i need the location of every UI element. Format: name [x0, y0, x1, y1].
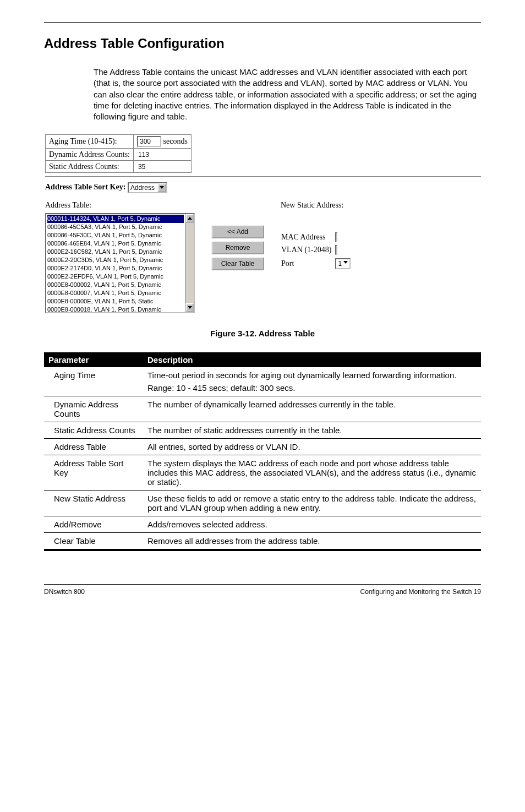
param-desc-extra: Range: 10 - 415 secs; default: 300 secs. [143, 381, 481, 396]
dynamic-counts-label: Dynamic Address Counts: [46, 149, 134, 161]
page-title: Address Table Configuration [44, 36, 481, 51]
list-item[interactable]: 0000E8-00000E, VLAN 1, Port 5, Static [47, 297, 184, 306]
sort-key-dropdown[interactable]: Address [128, 182, 167, 193]
aging-time-input[interactable]: 300 [137, 136, 161, 147]
dynamic-counts-value: 113 [137, 151, 149, 159]
parameter-table: Parameter Description Aging Time Time-ou… [44, 352, 481, 549]
port-label: Port [281, 258, 335, 270]
ui-screenshot: Aging Time (10-415): 300 seconds Dynamic… [45, 134, 481, 313]
param-desc: Time-out period in seconds for aging out… [143, 367, 481, 381]
vlan-label: VLAN (1-2048) [281, 245, 335, 255]
svg-marker-2 [188, 306, 192, 309]
list-item[interactable]: 0000E2-2EFDF6, VLAN 1, Port 5, Dynamic [47, 273, 184, 281]
param-desc: The system displays the MAC address of e… [143, 455, 481, 491]
clear-table-button[interactable]: Clear Table [211, 257, 264, 270]
param-name: Address Table Sort Key [44, 455, 143, 491]
list-item[interactable]: 0000E2-16C582, VLAN 1, Port 5, Dynamic [47, 248, 184, 256]
list-item[interactable]: 0000E8-000007, VLAN 1, Port 5, Dynamic [47, 289, 184, 297]
scroll-up-icon[interactable] [185, 214, 194, 223]
param-desc: All entries, sorted by address or VLAN I… [143, 439, 481, 455]
list-item[interactable]: 0000E8-000002, VLAN 1, Port 5, Dynamic [47, 281, 184, 289]
footer-left: DNswitch 800 [44, 588, 85, 596]
col-description: Description [143, 352, 481, 367]
list-item[interactable]: 000086-45F30C, VLAN 1, Port 5, Dynamic [47, 231, 184, 239]
vlan-input[interactable] [335, 245, 337, 255]
mac-address-input[interactable] [335, 232, 337, 242]
new-static-label: New Static Address: [281, 201, 354, 210]
top-rule [44, 22, 481, 23]
listbox-scrollbar[interactable] [185, 214, 194, 312]
footer-right: Configuring and Monitoring the Switch 19 [360, 588, 481, 596]
svg-marker-0 [160, 186, 164, 189]
sort-key-label: Address Table Sort Key: [45, 183, 125, 191]
static-counts-value: 35 [137, 163, 145, 171]
address-table-label: Address Table: [45, 201, 195, 210]
aging-time-unit: seconds [163, 137, 188, 145]
param-name: Address Table [44, 439, 143, 455]
col-parameter: Parameter [44, 352, 143, 367]
svg-marker-1 [188, 217, 192, 220]
page-footer: DNswitch 800 Configuring and Monitoring … [44, 584, 481, 596]
list-item[interactable]: 000086-465E84, VLAN 1, Port 5, Dynamic [47, 239, 184, 248]
new-static-fields: MAC Address VLAN (1-2048) Port 1 [281, 230, 354, 273]
param-name: Aging Time [44, 367, 143, 381]
aging-time-label: Aging Time (10-415): [46, 135, 134, 149]
add-button[interactable]: << Add [211, 225, 264, 238]
list-item[interactable]: 0000E2-2174D0, VLAN 1, Port 5, Dynamic [47, 264, 184, 273]
param-desc: The number of dynamically learned addres… [143, 396, 481, 422]
chevron-down-icon [342, 259, 349, 268]
sort-key-row: Address Table Sort Key: Address [45, 182, 481, 193]
remove-button[interactable]: Remove [211, 241, 264, 254]
aging-table: Aging Time (10-415): 300 seconds Dynamic… [45, 134, 192, 173]
list-item[interactable]: 000086-45C5A3, VLAN 1, Port 5, Dynamic [47, 223, 184, 231]
port-value: 1 [338, 260, 342, 268]
port-dropdown[interactable]: 1 [335, 258, 351, 269]
param-desc: The number of static addresses currently… [143, 422, 481, 439]
list-item[interactable]: 0000E2-20C3D5, VLAN 1, Port 5, Dynamic [47, 256, 184, 264]
list-item[interactable]: 000011-114324, VLAN 1, Port 5, Dynamic [47, 215, 184, 223]
param-desc: Removes all addresses from the address t… [143, 533, 481, 549]
address-table-listbox[interactable]: 000011-114324, VLAN 1, Port 5, Dynamic 0… [45, 213, 195, 313]
svg-marker-3 [343, 261, 348, 264]
param-name: Static Address Counts [44, 422, 143, 439]
list-item[interactable]: 0000E8-000018, VLAN 1, Port 5, Dynamic [47, 306, 184, 313]
param-desc: Adds/removes selected address. [143, 516, 481, 533]
mac-address-label: MAC Address [281, 232, 335, 242]
param-name: Dynamic Address Counts [44, 396, 143, 422]
sort-key-value: Address [130, 184, 155, 192]
scroll-down-icon[interactable] [185, 303, 194, 312]
static-counts-label: Static Address Counts: [46, 161, 134, 173]
chevron-down-icon [157, 183, 166, 192]
param-name: Clear Table [44, 533, 143, 549]
param-name: Add/Remove [44, 516, 143, 533]
figure-caption: Figure 3-12. Address Table [44, 329, 481, 338]
param-desc: Use these fields to add or remove a stat… [143, 491, 481, 516]
param-name: New Static Address [44, 491, 143, 516]
intro-paragraph: The Address Table contains the unicast M… [94, 67, 481, 122]
